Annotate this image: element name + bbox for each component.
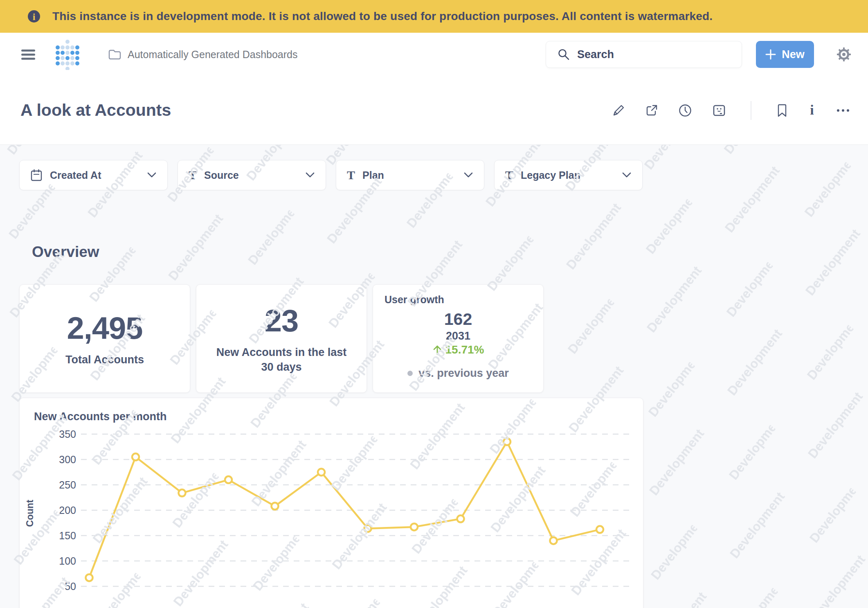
bookmark-icon[interactable] (776, 104, 789, 117)
settings-gear-icon[interactable] (835, 46, 852, 63)
dashboard-body: Created At T Source T Plan T Legacy Plan (0, 144, 868, 608)
chevron-down-icon (463, 172, 473, 178)
breadcrumb[interactable]: Automatically Generated Dashboards (108, 49, 298, 61)
top-nav-bar: Automatically Generated Dashboards New (0, 33, 868, 76)
comparison-dot-icon (407, 371, 413, 376)
banner-text: This instance is in development mode. It… (52, 10, 713, 23)
growth-change: 15.71% (432, 343, 484, 356)
svg-text:i: i (810, 103, 814, 117)
scalar-value: 2,495 (67, 310, 142, 346)
plus-icon (765, 49, 776, 60)
dashboard-actions: i (612, 101, 851, 120)
svg-text:i: i (33, 11, 36, 22)
growth-previous-value: 2031 (446, 330, 470, 342)
page-title: A look at Accounts (20, 101, 171, 120)
calendar-icon (30, 169, 43, 182)
chevron-down-icon (305, 172, 315, 178)
breadcrumb-label: Automatically Generated Dashboards (128, 49, 298, 61)
svg-text:250: 250 (59, 479, 76, 491)
svg-text:150: 150 (59, 530, 76, 541)
text-filter-icon: T (505, 169, 513, 181)
metabase-logo[interactable] (54, 39, 81, 70)
svg-text:350: 350 (59, 428, 76, 440)
growth-value: 162 (444, 310, 472, 329)
svg-text:300: 300 (59, 454, 76, 465)
growth-body: 162 2031 15.71% vs. previous year (385, 310, 532, 380)
card-title: User growth (385, 294, 532, 306)
ellipsis-menu-icon[interactable] (835, 108, 851, 113)
search-icon (558, 48, 570, 61)
filter-created-at[interactable]: Created At (19, 160, 168, 190)
card-new-accounts-30d[interactable]: 23 New Accounts in the last 30 days (196, 284, 367, 393)
scalar-label: Total Accounts (65, 352, 144, 367)
card-total-accounts[interactable]: 2,495 Total Accounts (19, 284, 190, 393)
scalar-label: New Accounts in the last 30 days (212, 345, 351, 375)
filters-row: Created At T Source T Plan T Legacy Plan (19, 160, 868, 190)
folder-icon (108, 49, 121, 60)
info-icon[interactable]: i (808, 103, 816, 118)
card-line-chart[interactable]: New Accounts per month Count 35030025020… (19, 398, 643, 608)
section-heading: Overview (32, 243, 868, 261)
comparison-label: vs. previous year (418, 367, 509, 380)
filter-label: Source (204, 169, 239, 181)
text-filter-icon: T (189, 169, 197, 181)
tv-fullscreen-icon[interactable] (712, 103, 726, 118)
svg-text:50: 50 (65, 581, 76, 592)
arrow-up-icon (432, 345, 442, 355)
filter-legacy-plan[interactable]: T Legacy Plan (494, 160, 643, 190)
filter-plan[interactable]: T Plan (336, 160, 484, 190)
chevron-down-icon (622, 172, 632, 178)
scalar-cards-row: 2,495 Total Accounts 23 New Accounts in … (19, 284, 868, 393)
search-box[interactable] (546, 41, 742, 68)
share-export-icon[interactable] (645, 104, 659, 117)
info-icon: i (27, 9, 41, 23)
edit-pencil-icon[interactable] (612, 104, 625, 117)
chevron-down-icon (147, 172, 157, 178)
filter-label: Legacy Plan (521, 169, 580, 181)
scalar-value: 23 (265, 303, 299, 338)
card-user-growth[interactable]: User growth 162 2031 15.71% vs. previous… (373, 284, 544, 393)
growth-comparison: vs. previous year (407, 367, 509, 380)
clock-history-icon[interactable] (678, 103, 693, 118)
growth-change-percent: 15.71% (445, 343, 484, 356)
filter-label: Plan (362, 169, 384, 181)
text-filter-icon: T (347, 169, 355, 181)
new-button[interactable]: New (756, 41, 814, 68)
svg-text:100: 100 (59, 555, 76, 567)
line-chart-svg: 35030025020015010050 (20, 398, 644, 608)
dev-mode-banner: i This instance is in development mode. … (0, 0, 868, 33)
dashboard-header: A look at Accounts (0, 76, 868, 144)
svg-text:200: 200 (59, 504, 76, 516)
actions-divider (751, 101, 751, 120)
filter-source[interactable]: T Source (178, 160, 326, 190)
hamburger-menu-icon[interactable] (20, 48, 38, 61)
search-input[interactable] (577, 48, 733, 61)
filter-label: Created At (50, 169, 101, 181)
new-button-label: New (782, 48, 805, 61)
